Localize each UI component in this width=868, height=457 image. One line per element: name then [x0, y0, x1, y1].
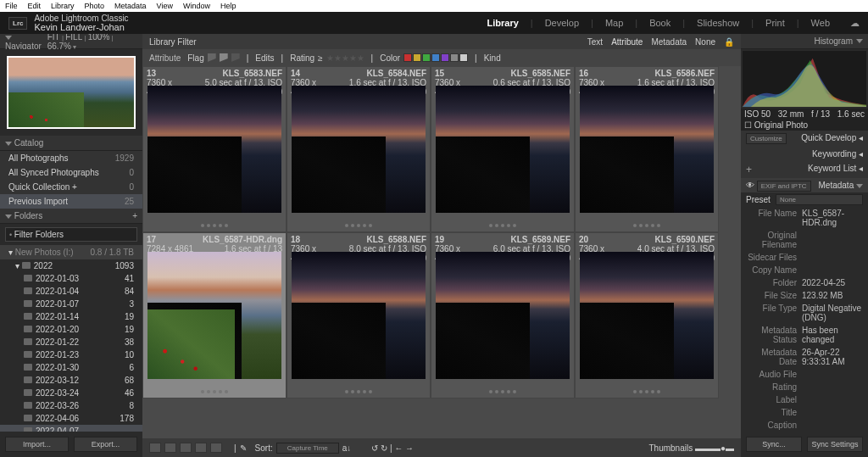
menu-metadata[interactable]: Metadata — [114, 2, 147, 10]
loupe-view-icon[interactable] — [164, 443, 176, 453]
module-map[interactable]: Map — [605, 18, 623, 28]
folder-row[interactable]: 2022-01-073 — [0, 298, 142, 310]
flag-unflagged-icon[interactable] — [220, 53, 228, 62]
filter-folders-input[interactable]: • Filter Folders — [5, 227, 137, 242]
sync-settings-button[interactable]: Sync Settings — [807, 437, 863, 452]
quick-develop-header[interactable]: CustomizeQuick Develop ◂ — [741, 131, 868, 147]
export-button[interactable]: Export... — [74, 437, 137, 452]
module-library[interactable]: Library — [487, 18, 519, 28]
add-folder-icon[interactable]: + — [132, 211, 137, 220]
compare-view-icon[interactable] — [180, 443, 192, 453]
lock-icon[interactable]: 🔒 — [724, 37, 734, 47]
module-web[interactable]: Web — [811, 18, 830, 28]
grid-cell[interactable]: 137360 x 4912KLS_6583.NEF5.0 sec at f / … — [142, 66, 287, 232]
grid-cell[interactable]: 197360 x 4912KLS_6589.NEF6.0 sec at f / … — [431, 232, 575, 398]
flag-pick-icon[interactable] — [208, 53, 216, 62]
color-filter[interactable] — [422, 53, 431, 62]
survey-view-icon[interactable] — [195, 443, 207, 453]
folders-panel-header[interactable]: Folders + — [0, 209, 142, 224]
folder-row[interactable]: 2022-04-07 — [0, 425, 142, 432]
grid-cell[interactable]: 177284 x 4861KLS_6587-HDR.dng1.6 sec at … — [142, 232, 287, 398]
folder-row[interactable]: 2022-01-306 — [0, 361, 142, 374]
module-picker[interactable]: Library|Develop|Map|Book|Slideshow|Print… — [487, 18, 860, 29]
menu-view[interactable]: View — [157, 2, 173, 10]
catalog-row[interactable]: All Photographs1929 — [0, 151, 142, 165]
thumbnail[interactable] — [580, 86, 714, 213]
filter-none[interactable]: None — [695, 37, 715, 47]
menu-photo[interactable]: Photo — [85, 2, 105, 10]
folder-row[interactable]: 2022-03-1268 — [0, 374, 142, 387]
sort-direction-icon[interactable]: a↓ — [342, 443, 352, 453]
grid-cell[interactable]: 147360 x 4912KLS_6584.NEF1.6 sec at f / … — [287, 66, 431, 232]
thumbnail[interactable] — [292, 252, 426, 379]
import-button[interactable]: Import... — [5, 437, 69, 452]
histogram-panel-header[interactable]: Histogram — [741, 34, 868, 49]
module-book[interactable]: Book — [649, 18, 670, 28]
menu-library[interactable]: Library — [51, 2, 75, 10]
drive-row[interactable]: ▾ New Photos (I:)0.8 / 1.8 TB — [0, 245, 142, 259]
navigator-panel-header[interactable]: Navigator FIT | FILL | 100% | 66.7% ▾ — [0, 34, 142, 49]
folder-row[interactable]: 2022-01-1419 — [0, 310, 142, 323]
catalog-panel-header[interactable]: Catalog — [0, 136, 142, 151]
catalog-row[interactable]: Quick Collection +0 — [0, 180, 142, 194]
thumbnail[interactable] — [292, 86, 426, 213]
folder-row[interactable]: 2022-01-0341 — [0, 272, 142, 285]
color-filter[interactable] — [403, 53, 412, 62]
module-develop[interactable]: Develop — [545, 18, 579, 28]
grid-cell[interactable]: 167360 x 4912KLS_6586.NEF1.6 sec at f / … — [575, 66, 719, 232]
folder-row[interactable]: 2022-01-2310 — [0, 348, 142, 361]
color-filter[interactable] — [459, 53, 468, 62]
menu-file[interactable]: File — [5, 2, 18, 10]
keyword-list-header[interactable]: +Keyword List ◂ — [741, 161, 868, 178]
cloud-sync-icon[interactable]: ☁ — [850, 18, 860, 29]
module-slideshow[interactable]: Slideshow — [697, 18, 739, 28]
thumbnail[interactable] — [436, 86, 570, 213]
sync-button[interactable]: Sync... — [746, 437, 802, 452]
preset-row[interactable]: PresetNone — [741, 192, 868, 207]
painter-icon[interactable]: ✎ — [240, 443, 247, 453]
grid-cell[interactable]: 157360 x 4912KLS_6585.NEF0.6 sec at f / … — [431, 66, 575, 232]
metadata-row: Audio File — [741, 368, 868, 381]
grid-cell[interactable]: 187360 x 4912KLS_6588.NEF8.0 sec at f / … — [287, 232, 431, 398]
thumbnail[interactable] — [580, 252, 714, 379]
attribute-filter-bar[interactable]: Attribute Flag | Edits | Rating≥★★★★★ | … — [142, 49, 741, 66]
folder-row[interactable]: 2022-01-2238 — [0, 336, 142, 348]
folder-row[interactable]: 2022-01-2019 — [0, 323, 142, 336]
menu-window[interactable]: Window — [183, 2, 210, 10]
navigator-preview[interactable] — [0, 49, 142, 136]
keywording-header[interactable]: Keywording ◂ — [741, 147, 868, 161]
color-filter[interactable] — [450, 53, 459, 62]
menu-help[interactable]: Help — [220, 2, 236, 10]
sort-dropdown[interactable]: Capture Time — [276, 443, 339, 454]
folder-row[interactable]: 2022-01-0484 — [0, 285, 142, 298]
library-filter-bar[interactable]: Library Filter TextAttributeMetadataNone… — [142, 34, 741, 49]
folder-year[interactable]: ▾ 20221093 — [0, 259, 142, 272]
filter-attribute[interactable]: Attribute — [611, 37, 643, 47]
histogram[interactable] — [743, 51, 866, 107]
color-filter[interactable] — [413, 53, 421, 62]
menu-edit[interactable]: Edit — [28, 2, 42, 10]
grid-cell[interactable]: 207360 x 4912KLS_6590.NEF4.0 sec at f / … — [575, 232, 719, 398]
toolbar[interactable]: | ✎ Sort: Capture Time a↓ ↺ ↻ | ← → Thum… — [142, 438, 741, 457]
menu-bar[interactable]: FileEditLibraryPhotoMetadataViewWindowHe… — [0, 0, 868, 12]
flag-reject-icon[interactable] — [231, 53, 240, 62]
catalog-row[interactable]: Previous Import25 — [0, 194, 142, 209]
thumbnail[interactable] — [436, 252, 570, 379]
metadata-row: Label — [741, 393, 868, 406]
filter-metadata[interactable]: Metadata — [651, 37, 687, 47]
module-print[interactable]: Print — [765, 18, 785, 28]
folder-row[interactable]: 2022-04-06178 — [0, 412, 142, 425]
grid-view[interactable]: 137360 x 4912KLS_6583.NEF5.0 sec at f / … — [142, 66, 741, 438]
color-filter[interactable] — [441, 53, 449, 62]
thumbnail[interactable] — [147, 252, 281, 379]
catalog-row[interactable]: All Synced Photographs0 — [0, 165, 142, 180]
metadata-header[interactable]: 👁 EXIF and IPTCMetadata — [741, 178, 868, 192]
grid-view-icon[interactable] — [149, 443, 161, 453]
filter-text[interactable]: Text — [587, 37, 603, 47]
thumbnail[interactable] — [147, 86, 281, 213]
folder-row[interactable]: 2022-03-2446 — [0, 387, 142, 399]
people-view-icon[interactable] — [210, 443, 222, 453]
color-filter[interactable] — [431, 53, 440, 62]
metadata-row: Metadata Date26-Apr-22 9:33:31 AM — [741, 346, 868, 368]
folder-row[interactable]: 2022-03-268 — [0, 399, 142, 412]
